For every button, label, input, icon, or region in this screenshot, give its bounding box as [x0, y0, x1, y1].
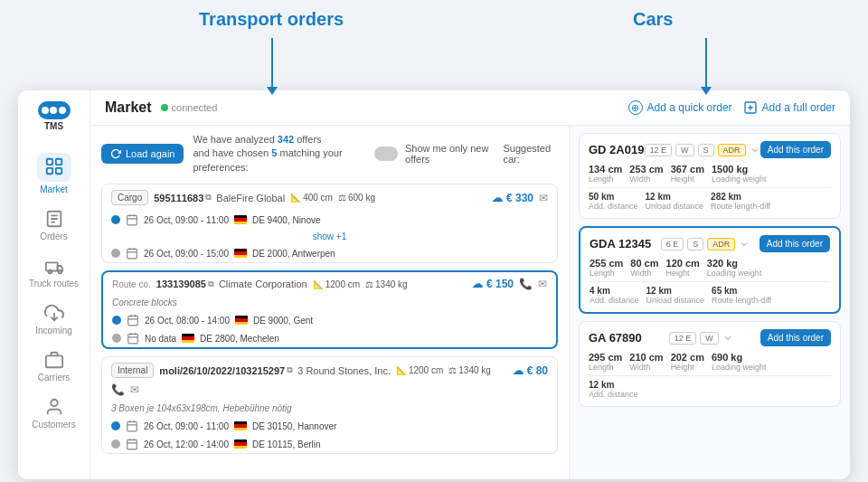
sidebar-item-customers[interactable]: Customers	[18, 390, 90, 437]
route-dot-end-3	[111, 439, 120, 449]
divider-1	[589, 187, 831, 188]
copy-icon-2[interactable]: ⧉	[208, 279, 213, 289]
postal-code-3: DE 9000, Gent	[253, 316, 313, 326]
route-length-diff-1: 282 km Route length-diff	[711, 192, 770, 211]
copy-icon-3[interactable]: ⧉	[287, 365, 292, 375]
ruler-icon-3: 📐	[396, 365, 407, 375]
divider-2	[590, 281, 830, 282]
sidebar-item-carriers[interactable]: Carriers	[18, 343, 90, 390]
route-date-6: 26 Oct, 12:00 - 14:00	[144, 439, 229, 449]
add-order-button-2[interactable]: Add this order	[760, 235, 830, 252]
car-card-3: GA 67890 12 E W Add this order 295 cm Le…	[579, 321, 841, 407]
route-add-dist-3: 12 km Add. distance	[589, 380, 638, 399]
add-order-button-3[interactable]: Add this order	[760, 329, 831, 346]
svg-point-9	[48, 270, 52, 274]
cloud-icon-2: ☁	[472, 278, 483, 290]
ruler-icon-2: 📐	[313, 279, 324, 289]
dropdown-icon-2[interactable]	[739, 239, 750, 250]
transport-orders-label: Transport orders	[199, 9, 344, 30]
toolbar: Load again We have analyzed 342 offers a…	[101, 133, 558, 175]
route-length-diff-2: 65 km Route length-diff	[712, 286, 771, 305]
order-note-3: 3 Boxen je 104x63x198cm, Hebebühne nötig	[102, 402, 557, 417]
car-dims-1: 134 cm Length 253 cm Width 367 cm Height	[589, 164, 831, 184]
car-tag-12e-3: 12 E	[669, 332, 697, 345]
calendar-icon-6	[126, 438, 138, 450]
svg-rect-29	[128, 335, 138, 345]
refresh-icon	[110, 148, 121, 159]
connected-badge: connected	[161, 102, 218, 113]
add-quick-order-label: Add a quick order	[647, 101, 732, 114]
dim-width-3: 210 cm Width	[629, 352, 663, 372]
order-card-2-header: Route co. 133139085 ⧉ Climate Corporatio…	[103, 272, 556, 296]
car-card-1: GD 2A019 12 E W S ADR Add this order 134…	[579, 133, 841, 219]
svg-rect-21	[127, 250, 137, 260]
new-offers-toggle[interactable]	[374, 146, 398, 161]
dropdown-icon-3[interactable]	[722, 333, 733, 344]
order-id: 595111683 ⧉	[154, 193, 211, 203]
message-icon-3[interactable]: ✉	[130, 383, 139, 396]
add-quick-order-button[interactable]: ⊕ Add a quick order	[628, 100, 732, 115]
dropdown-icon[interactable]	[750, 145, 760, 156]
car-dims-2: 255 cm Length 80 cm Width 120 cm Height	[590, 258, 830, 278]
show-more-link[interactable]: show +1	[102, 229, 557, 244]
car-dims-3: 295 cm Length 210 cm Width 202 cm Height	[589, 352, 831, 372]
dim-width-2: 80 cm Width	[630, 258, 658, 278]
sidebar-market-label: Market	[40, 184, 68, 194]
order-type-tag-3: Internal	[111, 363, 154, 378]
dim-height-2: 120 cm Height	[666, 258, 700, 278]
add-order-button-1[interactable]: Add this order	[760, 141, 831, 158]
car-tag-s: S	[698, 144, 714, 156]
calendar-icon-4	[127, 332, 139, 345]
add-full-order-button[interactable]: Add a full order	[743, 100, 835, 115]
weight-measurement: ⚖ 600 kg	[338, 193, 375, 203]
svg-rect-3	[55, 168, 61, 174]
ruler-icon: 📐	[290, 193, 301, 203]
sidebar: TMS Market Orders	[18, 90, 90, 479]
route-dot-start-2	[112, 316, 121, 325]
car-id-1: GD 2A019	[589, 143, 644, 156]
width-measurement-3: 📐 1200 cm	[396, 365, 443, 375]
phone-icon[interactable]: 📞	[519, 278, 533, 290]
route-line-3: 26 Oct, 08:00 - 14:00 DE 9000, Gent	[103, 311, 556, 329]
car-id-3: GA 67890	[589, 331, 642, 345]
connected-label: connected	[172, 102, 218, 113]
flag-de-3	[235, 316, 248, 325]
svg-rect-12	[45, 355, 61, 367]
route-date-4: No data	[145, 334, 176, 344]
message-icon-2[interactable]: ✉	[538, 278, 547, 290]
load-again-button[interactable]: Load again	[101, 144, 184, 164]
dim-length-2: 255 cm Length	[590, 258, 623, 278]
order-price-2: ☁ € 150	[472, 278, 514, 290]
car-card-3-header: GA 67890 12 E W Add this order	[589, 329, 831, 346]
order-price-3: ☁ € 80	[513, 364, 548, 377]
car-tags-3: 12 E W	[669, 332, 733, 345]
flag-de	[234, 215, 247, 224]
add-full-order-label: Add a full order	[762, 101, 835, 114]
width-measurement-2: 📐 1200 cm	[313, 279, 360, 289]
list-add-icon	[743, 100, 758, 115]
route-dot-end	[111, 249, 120, 258]
sidebar-item-orders[interactable]: Orders	[18, 202, 90, 249]
analyzed-text: We have analyzed 342 offers and have cho…	[193, 133, 364, 175]
sidebar-item-truck-routes[interactable]: Truck routes	[18, 249, 90, 296]
company-name-2: Climate Corporation	[219, 279, 307, 289]
calendar-icon-2	[126, 247, 138, 260]
route-date-3: 26 Oct, 08:00 - 14:00	[145, 316, 230, 326]
weight-icon-3: ⚖	[448, 365, 457, 375]
car-tag-adr: ADR	[718, 144, 746, 156]
page-title: Market	[105, 99, 152, 116]
order-id-3: moli/26/10/2022/103215297 ⧉	[159, 365, 292, 376]
order-card-2: Route co. 133139085 ⧉ Climate Corporatio…	[101, 270, 558, 349]
sidebar-item-incoming[interactable]: Incoming	[18, 296, 90, 343]
sidebar-item-market[interactable]: Market	[18, 146, 90, 202]
route-line-5: 26 Oct, 09:00 - 11:00 DE 30150, Hannover	[102, 417, 557, 435]
order-note-2: Concrete blocks	[103, 296, 556, 311]
cars-label: Cars	[633, 9, 673, 30]
copy-icon[interactable]: ⧉	[205, 193, 211, 203]
svg-rect-37	[127, 440, 137, 450]
car-card-1-header: GD 2A019 12 E W S ADR Add this order	[589, 141, 831, 158]
svg-rect-0	[46, 159, 52, 165]
message-icon[interactable]: ✉	[539, 192, 548, 204]
phone-icon-3[interactable]: 📞	[111, 383, 125, 396]
weight-icon-2: ⚖	[365, 279, 373, 289]
